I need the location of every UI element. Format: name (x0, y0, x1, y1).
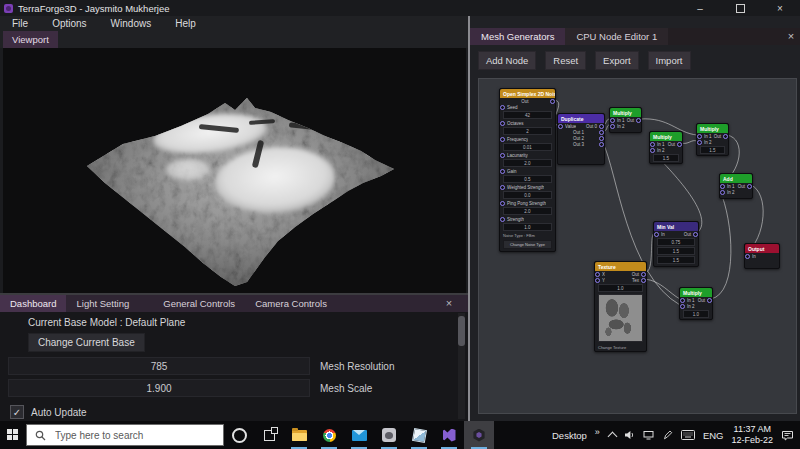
desktop-toolbar-label[interactable]: Desktop (552, 430, 587, 441)
taskbar-search[interactable] (26, 424, 224, 446)
value-box[interactable]: 1.0 (598, 284, 643, 292)
menu-file[interactable]: File (0, 16, 40, 31)
menu-help[interactable]: Help (163, 16, 208, 31)
viewport-3d-canvas[interactable] (3, 48, 466, 293)
language-indicator[interactable]: ENG (703, 430, 724, 441)
output-pin[interactable] (641, 272, 646, 277)
node-output[interactable]: OutputIn (744, 243, 780, 269)
input-pin[interactable] (558, 124, 563, 129)
output-pin[interactable] (599, 124, 604, 129)
taskbar-app-chrome[interactable] (314, 421, 344, 449)
taskbar-app-file-explorer[interactable] (284, 421, 314, 449)
value-box[interactable]: 1.5 (657, 256, 695, 264)
auto-update-checkbox[interactable]: ✓ (10, 405, 24, 419)
node-min-val[interactable]: Min ValInOut0.751.51.5 (653, 221, 699, 267)
node-open-simplex-noise[interactable]: Open Simplex 2D NoiseOutSeed42Octaves2Fr… (499, 88, 556, 252)
tab-dashboard[interactable]: Dashboard (0, 295, 66, 312)
node-footer-button[interactable]: Change Noise Type (503, 240, 552, 249)
maximize-button[interactable] (720, 0, 760, 16)
output-pin[interactable] (641, 278, 646, 283)
input-pin[interactable] (697, 140, 702, 145)
output-pin[interactable] (707, 298, 712, 303)
export-button[interactable]: Export (595, 51, 638, 70)
param-value[interactable]: 42 (503, 111, 552, 119)
close-button[interactable]: × (760, 0, 800, 16)
output-pin[interactable] (599, 130, 604, 135)
param-value[interactable]: 2.0 (503, 207, 552, 215)
change-current-base-button[interactable]: Change Current Base (28, 333, 145, 352)
input-pin[interactable] (500, 105, 505, 110)
input-pin[interactable] (500, 217, 505, 222)
volume-icon[interactable] (624, 430, 635, 440)
taskbar-app-github-desktop[interactable] (374, 421, 404, 449)
scrollbar-thumb[interactable] (458, 316, 465, 346)
output-pin[interactable] (723, 134, 728, 139)
param-value[interactable]: 2 (503, 127, 552, 135)
output-pin[interactable] (636, 118, 641, 123)
mesh-resolution-input[interactable]: 785 (8, 357, 310, 375)
taskbar-app-mail[interactable] (344, 421, 374, 449)
input-pin[interactable] (650, 142, 655, 147)
value-box[interactable]: 0.75 (657, 238, 695, 246)
start-button[interactable] (0, 421, 26, 449)
output-pin[interactable] (693, 232, 698, 237)
dashboard-close-icon[interactable]: × (442, 296, 456, 310)
input-pin[interactable] (500, 201, 505, 206)
input-pin[interactable] (595, 272, 600, 277)
input-pin[interactable] (745, 254, 750, 259)
taskbar-app-task-view[interactable] (254, 421, 284, 449)
input-pin[interactable] (720, 184, 725, 189)
reset-button[interactable]: Reset (545, 51, 586, 70)
tab-camera-controls[interactable]: Camera Controls (245, 295, 337, 312)
node-multiply-3[interactable]: MultiplyIn 1OutIn 21.5 (696, 123, 729, 156)
param-value[interactable]: 1.0 (503, 223, 552, 231)
param-value[interactable]: 0.01 (503, 143, 552, 151)
input-pin[interactable] (500, 169, 505, 174)
menu-windows[interactable]: Windows (99, 16, 164, 31)
output-pin[interactable] (599, 136, 604, 141)
tab-viewport[interactable]: Viewport (3, 31, 58, 48)
texture-preview[interactable] (598, 294, 643, 342)
input-pin[interactable] (500, 121, 505, 126)
value-box[interactable]: 1.5 (700, 146, 725, 154)
node-multiply-2[interactable]: MultiplyIn 1OutIn 21.5 (649, 131, 683, 164)
node-texture[interactable]: TextureXOutYTex1.0Change Texture (594, 261, 647, 352)
input-pin[interactable] (610, 124, 615, 129)
param-value[interactable]: 2.0 (503, 159, 552, 167)
dashboard-scrollbar[interactable] (458, 313, 465, 419)
touch-keyboard-icon[interactable] (681, 430, 695, 440)
toolbar-overflow-icon[interactable]: » (595, 427, 601, 437)
input-pin[interactable] (680, 304, 685, 309)
node-duplicate[interactable]: DuplicateValueOut 0Out 1Out 2Out 3 (557, 113, 605, 165)
input-pin[interactable] (680, 298, 685, 303)
value-box[interactable]: 1.5 (653, 154, 679, 162)
node-canvas[interactable]: Open Simplex 2D NoiseOutSeed42Octaves2Fr… (478, 78, 797, 414)
input-pin[interactable] (697, 134, 702, 139)
search-input[interactable] (53, 429, 207, 442)
add-node-button[interactable]: Add Node (478, 51, 536, 70)
mesh-scale-input[interactable]: 1.900 (8, 379, 310, 397)
taskbar-app-cortana[interactable] (224, 421, 254, 449)
import-button[interactable]: Import (648, 51, 691, 70)
network-icon[interactable] (643, 430, 655, 440)
tab-general-controls[interactable]: General Controls (153, 295, 245, 312)
clock[interactable]: 11:37 AM 12-Feb-22 (731, 424, 773, 446)
node-editor-close-icon[interactable]: × (783, 28, 799, 44)
menu-options[interactable]: Options (40, 16, 98, 31)
hidden-icons-chevron-icon[interactable] (607, 432, 617, 442)
input-pin[interactable] (654, 232, 659, 237)
taskbar-app-terraforge3d[interactable] (464, 421, 494, 449)
input-pin[interactable] (650, 148, 655, 153)
input-pin[interactable] (720, 190, 725, 195)
output-pin[interactable] (677, 142, 682, 147)
node-multiply-4[interactable]: MultiplyIn 1OutIn 21.0 (679, 287, 713, 320)
output-pin[interactable] (599, 142, 604, 147)
output-pin[interactable] (550, 99, 555, 104)
param-value[interactable]: 0.0 (503, 191, 552, 199)
value-box[interactable]: 1.5 (657, 247, 695, 255)
minimize-button[interactable]: – (680, 0, 720, 16)
param-value[interactable]: 0.5 (503, 175, 552, 183)
node-add[interactable]: AddIn 1OutIn 2 (719, 173, 753, 199)
node-multiply-1[interactable]: MultiplyIn 1OutIn 2 (609, 107, 642, 133)
action-center-icon[interactable] (781, 430, 794, 441)
